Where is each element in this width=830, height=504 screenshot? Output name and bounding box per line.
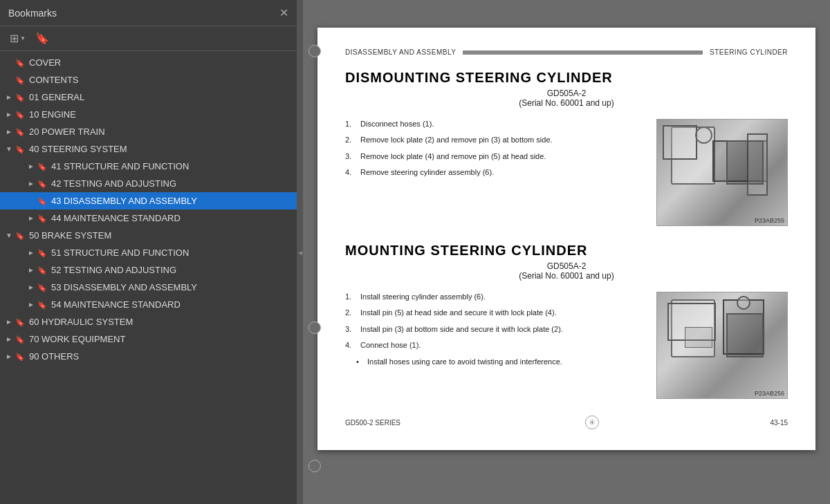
bookmark-label-51-structure: 51 STRUCTURE AND FUNCTION [51, 248, 293, 258]
bookmark-item-60-hydraulic[interactable]: 60 HYDRAULIC SYSTEM [0, 313, 297, 330]
close-button[interactable]: ✕ [279, 8, 288, 19]
bookmark-flag-54-maintenance [37, 300, 47, 310]
bookmark-item-50-brake[interactable]: 50 BRAKE SYSTEM [0, 227, 297, 244]
resize-handle[interactable] [297, 0, 303, 504]
expand-arrow-40-steering [4, 145, 14, 153]
mounting-image-caption: P23AB256 [755, 390, 784, 397]
bookmark-label-60-hydraulic: 60 HYDRAULIC SYSTEM [29, 317, 293, 327]
grid-icon: ⊞ [10, 32, 19, 45]
bookmarks-list: COVER CONTENTS 01 GENERAL 10 ENGINE 20 P… [0, 51, 297, 504]
bookmark-flag-40-steering [15, 144, 25, 154]
expand-all-button[interactable]: ⊞ ▼ [7, 30, 28, 46]
bookmark-flag-90-others [15, 352, 25, 362]
dismounting-section: DISMOUNTING STEERING CYLINDER GD505A-2 (… [345, 70, 788, 226]
bookmark-flag-cover [15, 58, 25, 68]
bookmark-item-41-structure[interactable]: 41 STRUCTURE AND FUNCTION [0, 158, 297, 175]
document-content[interactable]: DISASSEMBLY AND ASSEMBLY STEERING CYLIND… [303, 0, 830, 504]
bookmark-flag-41-structure [37, 162, 47, 171]
page-header: DISASSEMBLY AND ASSEMBLY STEERING CYLIND… [345, 48, 788, 56]
document-panel: DISASSEMBLY AND ASSEMBLY STEERING CYLIND… [303, 0, 830, 504]
bookmark-item-44-maintenance[interactable]: 44 MAINTENANCE STANDARD [0, 209, 297, 227]
expand-arrow-70-work [4, 335, 14, 343]
bookmark-flag-70-work [15, 335, 25, 344]
bookmark-label-cover: COVER [29, 57, 293, 68]
footer-page: 43-15 [770, 419, 788, 427]
bookmark-item-70-work[interactable]: 70 WORK EQUIPMENT [0, 330, 297, 348]
bookmark-item-43-disassembly[interactable]: 43 DISASSEMBLY AND ASSEMBLY [0, 192, 297, 209]
footer-series: GD500-2 SERIES [345, 419, 400, 427]
bookmarks-title: Bookmarks [8, 8, 57, 19]
bookmark-item-42-testing[interactable]: 42 TESTING AND ADJUSTING [0, 175, 297, 192]
mounting-serial: (Serial No. 60001 and up) [519, 271, 614, 281]
bookmark-label-40-steering: 40 STEERING SYSTEM [29, 144, 293, 154]
bookmark-flag-43-disassembly [37, 196, 47, 206]
bookmark-item-54-maintenance[interactable]: 54 MAINTENANCE STANDARD [0, 296, 297, 313]
mounting-image: P23AB256 [656, 292, 788, 399]
header-right: STEERING CYLINDER [710, 48, 788, 56]
mounting-step-4: 4. Connect hose (1). [345, 340, 645, 351]
bookmarks-toolbar: ⊞ ▼ 🔖 [0, 26, 297, 51]
mounting-sub-bullet: • Install hoses using care to avoid twis… [356, 357, 645, 367]
expand-arrow-20-power-train [4, 128, 14, 136]
bookmark-flag-01-general [15, 93, 25, 102]
bookmark-label-44-maintenance: 44 MAINTENANCE STANDARD [51, 213, 293, 223]
bookmark-flag-10-engine [15, 110, 25, 120]
scroll-circle-top [308, 45, 321, 57]
page-circle: ④ [585, 416, 599, 429]
mounting-section: MOUNTING STEERING CYLINDER GD505A-2 (Ser… [345, 243, 788, 399]
mounting-step-1: 1. Install steering cylinder assembly (6… [345, 292, 645, 302]
bookmark-flag-20-power-train [15, 127, 25, 137]
page-footer: GD500-2 SERIES ④ 43-15 [345, 416, 788, 429]
bookmark-label-90-others: 90 OTHERS [29, 351, 293, 362]
dismounting-step-3: 3. Remove lock plate (4) and remove pin … [345, 151, 645, 162]
dismounting-image: P23AB255 [656, 119, 788, 226]
expand-arrow-50-brake [4, 232, 14, 239]
scroll-circle-mid [308, 321, 321, 334]
expand-arrow-44-maintenance [26, 214, 36, 222]
chevron-down-icon: ▼ [20, 35, 26, 41]
bookmark-flag-44-maintenance [37, 214, 47, 223]
bookmark-item-20-power-train[interactable]: 20 POWER TRAIN [0, 123, 297, 140]
dismounting-model-name: GD505A-2 [547, 88, 587, 98]
bookmark-item-53-disassembly[interactable]: 53 DISASSEMBLY AND ASSEMBLY [0, 279, 297, 296]
dismounting-image-caption: P23AB255 [755, 217, 784, 224]
bookmark-item-01-general[interactable]: 01 GENERAL [0, 88, 297, 106]
bookmark-flag-60-hydraulic [15, 317, 25, 327]
bookmark-label-10-engine: 10 ENGINE [29, 109, 293, 120]
bookmark-item-10-engine[interactable]: 10 ENGINE [0, 106, 297, 123]
bookmark-item-cover[interactable]: COVER [0, 54, 297, 71]
expand-arrow-54-maintenance [26, 301, 36, 308]
bookmark-label-43-disassembly: 43 DISASSEMBLY AND ASSEMBLY [51, 196, 293, 206]
expand-arrow-90-others [4, 353, 14, 360]
expand-arrow-41-structure [26, 162, 36, 170]
bookmark-flag-50-brake [15, 231, 25, 241]
expand-arrow-10-engine [4, 111, 14, 118]
bookmark-label-42-testing: 42 TESTING AND ADJUSTING [51, 178, 293, 189]
bookmark-item-contents[interactable]: CONTENTS [0, 71, 297, 88]
scroll-circle-bot [308, 460, 321, 472]
bookmark-label-52-testing: 52 TESTING AND ADJUSTING [51, 265, 293, 275]
dismounting-content: 1. Disconnect hoses (1). 2. Remove lock … [345, 119, 788, 226]
bookmark-label-41-structure: 41 STRUCTURE AND FUNCTION [51, 161, 293, 171]
bookmark-item-51-structure[interactable]: 51 STRUCTURE AND FUNCTION [0, 244, 297, 261]
mounting-steps: 1. Install steering cylinder assembly (6… [345, 292, 645, 399]
mounting-model: GD505A-2 (Serial No. 60001 and up) [345, 261, 788, 281]
bookmark-item-90-others[interactable]: 90 OTHERS [0, 348, 297, 365]
bookmark-icon: 🔖 [35, 32, 49, 45]
dismounting-model: GD505A-2 (Serial No. 60001 and up) [345, 88, 788, 108]
mounting-model-name: GD505A-2 [547, 261, 587, 271]
bookmark-item-52-testing[interactable]: 52 TESTING AND ADJUSTING [0, 261, 297, 279]
expand-arrow-53-disassembly [26, 283, 36, 291]
dismounting-step-2: 2. Remove lock plate (2) and remove pin … [345, 135, 645, 145]
bookmark-item-40-steering[interactable]: 40 STEERING SYSTEM [0, 140, 297, 158]
expand-arrow-52-testing [26, 266, 36, 274]
mounting-title: MOUNTING STEERING CYLINDER [345, 243, 788, 259]
mounting-note: Install hoses using care to avoid twisti… [367, 357, 562, 367]
dismounting-step-1: 1. Disconnect hoses (1). [345, 119, 645, 129]
dismounting-title: DISMOUNTING STEERING CYLINDER [345, 70, 788, 86]
expand-arrow-01-general [4, 93, 14, 101]
bookmark-label-70-work: 70 WORK EQUIPMENT [29, 334, 293, 344]
bookmarks-header: Bookmarks ✕ [0, 0, 297, 26]
bookmark-label-01-general: 01 GENERAL [29, 92, 293, 102]
bookmark-view-button[interactable]: 🔖 [33, 30, 52, 46]
